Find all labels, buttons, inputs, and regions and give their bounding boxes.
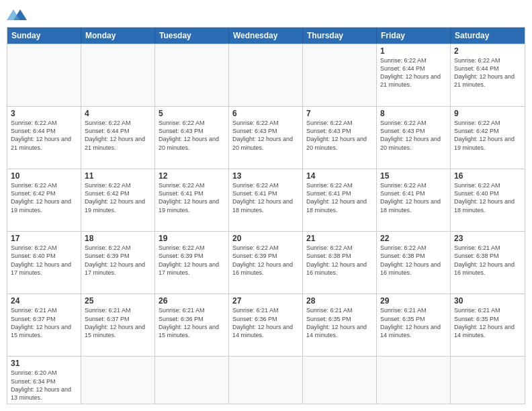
calendar-row: 31Sunrise: 6:20 AM Sunset: 6:34 PM Dayli… [7, 356, 525, 404]
day-number: 2 [454, 46, 521, 56]
calendar-cell: 24Sunrise: 6:21 AM Sunset: 6:37 PM Dayli… [7, 294, 81, 356]
day-number: 26 [159, 296, 225, 306]
day-info: Sunrise: 6:22 AM Sunset: 6:39 PM Dayligh… [232, 244, 299, 277]
day-info: Sunrise: 6:22 AM Sunset: 6:38 PM Dayligh… [306, 244, 373, 277]
day-info: Sunrise: 6:21 AM Sunset: 6:37 PM Dayligh… [85, 306, 151, 339]
day-number: 3 [11, 109, 77, 118]
day-info: Sunrise: 6:22 AM Sunset: 6:43 PM Dayligh… [306, 119, 373, 152]
day-number: 20 [232, 234, 299, 243]
calendar-cell: 27Sunrise: 6:21 AM Sunset: 6:36 PM Dayli… [229, 294, 303, 356]
day-info: Sunrise: 6:21 AM Sunset: 6:35 PM Dayligh… [306, 306, 373, 339]
day-number: 11 [85, 171, 151, 181]
calendar-body: 1Sunrise: 6:22 AM Sunset: 6:44 PM Daylig… [7, 44, 525, 404]
day-info: Sunrise: 6:22 AM Sunset: 6:41 PM Dayligh… [380, 181, 447, 214]
logo-icon [7, 7, 27, 23]
calendar-cell: 1Sunrise: 6:22 AM Sunset: 6:44 PM Daylig… [377, 44, 451, 106]
calendar-cell: 17Sunrise: 6:22 AM Sunset: 6:40 PM Dayli… [7, 232, 81, 293]
day-number: 13 [232, 171, 299, 181]
calendar-cell [81, 44, 155, 106]
day-number: 18 [85, 234, 151, 243]
day-number: 4 [85, 109, 151, 118]
calendar-row: 17Sunrise: 6:22 AM Sunset: 6:40 PM Dayli… [7, 231, 525, 293]
day-number: 22 [380, 234, 447, 243]
calendar-cell: 31Sunrise: 6:20 AM Sunset: 6:34 PM Dayli… [7, 357, 81, 404]
day-info: Sunrise: 6:22 AM Sunset: 6:41 PM Dayligh… [232, 181, 299, 214]
calendar-cell [377, 357, 451, 404]
day-info: Sunrise: 6:22 AM Sunset: 6:44 PM Dayligh… [85, 119, 151, 152]
day-of-week-header: Friday [377, 28, 451, 44]
calendar-cell: 18Sunrise: 6:22 AM Sunset: 6:39 PM Dayli… [81, 232, 155, 293]
day-info: Sunrise: 6:22 AM Sunset: 6:43 PM Dayligh… [232, 119, 299, 152]
calendar-cell: 4Sunrise: 6:22 AM Sunset: 6:44 PM Daylig… [81, 107, 155, 169]
day-info: Sunrise: 6:22 AM Sunset: 6:39 PM Dayligh… [159, 244, 225, 277]
calendar-cell: 21Sunrise: 6:22 AM Sunset: 6:38 PM Dayli… [303, 232, 377, 293]
calendar-cell: 11Sunrise: 6:22 AM Sunset: 6:42 PM Dayli… [81, 169, 155, 231]
day-of-week-header: Wednesday [229, 28, 303, 44]
calendar-cell: 26Sunrise: 6:21 AM Sunset: 6:36 PM Dayli… [155, 294, 229, 356]
day-number: 15 [380, 171, 447, 181]
calendar-cell: 28Sunrise: 6:21 AM Sunset: 6:35 PM Dayli… [303, 294, 377, 356]
calendar-cell: 14Sunrise: 6:22 AM Sunset: 6:41 PM Dayli… [303, 169, 377, 231]
day-number: 16 [454, 171, 521, 181]
calendar-cell [7, 44, 81, 106]
day-info: Sunrise: 6:21 AM Sunset: 6:36 PM Dayligh… [159, 306, 225, 339]
calendar-row: 24Sunrise: 6:21 AM Sunset: 6:37 PM Dayli… [7, 293, 525, 356]
day-info: Sunrise: 6:21 AM Sunset: 6:36 PM Dayligh… [232, 306, 299, 339]
day-info: Sunrise: 6:22 AM Sunset: 6:42 PM Dayligh… [11, 181, 77, 214]
calendar-cell: 22Sunrise: 6:22 AM Sunset: 6:38 PM Dayli… [377, 232, 451, 293]
day-info: Sunrise: 6:22 AM Sunset: 6:40 PM Dayligh… [11, 244, 77, 277]
calendar-cell: 7Sunrise: 6:22 AM Sunset: 6:43 PM Daylig… [303, 107, 377, 169]
calendar-cell: 23Sunrise: 6:21 AM Sunset: 6:38 PM Dayli… [451, 232, 525, 293]
calendar-row: 10Sunrise: 6:22 AM Sunset: 6:42 PM Dayli… [7, 169, 525, 231]
calendar-cell [229, 357, 303, 404]
calendar-row: 3Sunrise: 6:22 AM Sunset: 6:44 PM Daylig… [7, 106, 525, 169]
calendar-cell [155, 44, 229, 106]
day-of-week-header: Saturday [451, 28, 525, 44]
calendar-cell: 13Sunrise: 6:22 AM Sunset: 6:41 PM Dayli… [229, 169, 303, 231]
calendar-cell: 16Sunrise: 6:22 AM Sunset: 6:40 PM Dayli… [451, 169, 525, 231]
calendar-cell [303, 44, 377, 106]
calendar-cell: 15Sunrise: 6:22 AM Sunset: 6:41 PM Dayli… [377, 169, 451, 231]
calendar-header: SundayMondayTuesdayWednesdayThursdayFrid… [7, 28, 525, 44]
day-info: Sunrise: 6:22 AM Sunset: 6:44 PM Dayligh… [454, 56, 521, 89]
calendar: SundayMondayTuesdayWednesdayThursdayFrid… [7, 27, 525, 404]
day-number: 5 [159, 109, 225, 118]
day-info: Sunrise: 6:22 AM Sunset: 6:42 PM Dayligh… [85, 181, 151, 214]
calendar-cell: 5Sunrise: 6:22 AM Sunset: 6:43 PM Daylig… [155, 107, 229, 169]
day-info: Sunrise: 6:22 AM Sunset: 6:41 PM Dayligh… [306, 181, 373, 214]
calendar-cell: 20Sunrise: 6:22 AM Sunset: 6:39 PM Dayli… [229, 232, 303, 293]
day-info: Sunrise: 6:22 AM Sunset: 6:39 PM Dayligh… [85, 244, 151, 277]
day-number: 27 [232, 296, 299, 306]
day-number: 28 [306, 296, 373, 306]
day-number: 17 [11, 234, 77, 243]
day-info: Sunrise: 6:21 AM Sunset: 6:35 PM Dayligh… [454, 306, 521, 339]
calendar-cell [303, 357, 377, 404]
calendar-cell: 2Sunrise: 6:22 AM Sunset: 6:44 PM Daylig… [451, 44, 525, 106]
day-number: 19 [159, 234, 225, 243]
calendar-cell: 29Sunrise: 6:21 AM Sunset: 6:35 PM Dayli… [377, 294, 451, 356]
day-info: Sunrise: 6:22 AM Sunset: 6:40 PM Dayligh… [454, 181, 521, 214]
day-number: 7 [306, 109, 373, 118]
day-of-week-header: Sunday [7, 28, 81, 44]
calendar-cell: 8Sunrise: 6:22 AM Sunset: 6:43 PM Daylig… [377, 107, 451, 169]
day-info: Sunrise: 6:21 AM Sunset: 6:38 PM Dayligh… [454, 244, 521, 277]
calendar-cell [81, 357, 155, 404]
day-number: 24 [11, 296, 77, 306]
day-of-week-header: Thursday [303, 28, 377, 44]
calendar-cell: 30Sunrise: 6:21 AM Sunset: 6:35 PM Dayli… [451, 294, 525, 356]
day-number: 25 [85, 296, 151, 306]
day-number: 14 [306, 171, 373, 181]
calendar-cell: 12Sunrise: 6:22 AM Sunset: 6:41 PM Dayli… [155, 169, 229, 231]
day-info: Sunrise: 6:22 AM Sunset: 6:38 PM Dayligh… [380, 244, 447, 277]
day-info: Sunrise: 6:22 AM Sunset: 6:44 PM Dayligh… [380, 56, 447, 89]
calendar-row: 1Sunrise: 6:22 AM Sunset: 6:44 PM Daylig… [7, 44, 525, 106]
day-info: Sunrise: 6:21 AM Sunset: 6:35 PM Dayligh… [380, 306, 447, 339]
calendar-cell [155, 357, 229, 404]
day-number: 6 [232, 109, 299, 118]
logo [7, 7, 30, 23]
day-of-week-header: Tuesday [155, 28, 229, 44]
day-info: Sunrise: 6:22 AM Sunset: 6:43 PM Dayligh… [159, 119, 225, 152]
calendar-cell: 9Sunrise: 6:22 AM Sunset: 6:42 PM Daylig… [451, 107, 525, 169]
day-number: 10 [11, 171, 77, 181]
calendar-cell: 19Sunrise: 6:22 AM Sunset: 6:39 PM Dayli… [155, 232, 229, 293]
